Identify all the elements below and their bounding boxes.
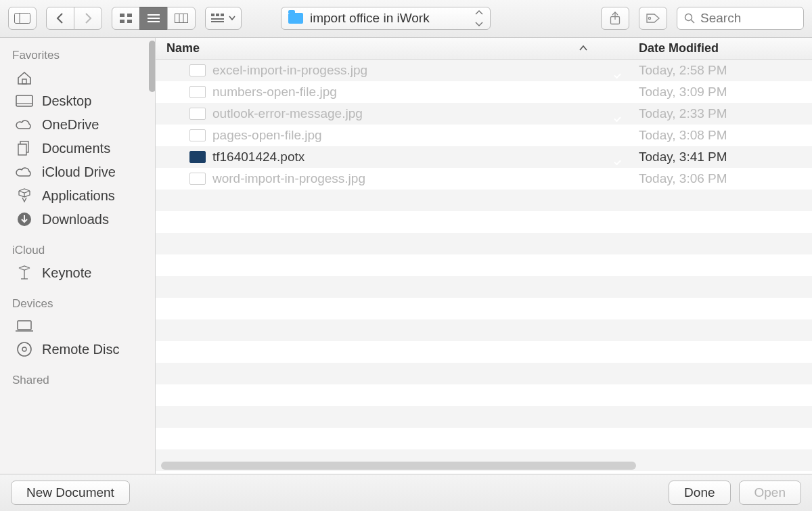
forward-button[interactable] bbox=[74, 7, 102, 30]
done-label: Done bbox=[684, 485, 715, 500]
laptop-icon bbox=[15, 319, 34, 334]
folder-path-dropdown[interactable]: import office in iWork bbox=[281, 7, 491, 30]
sidebar-item-home[interactable] bbox=[0, 66, 155, 89]
horizontal-scrollbar[interactable] bbox=[161, 462, 636, 470]
sidebar-item-label: Remote Disc bbox=[42, 342, 119, 357]
file-row[interactable]: excel-import-in-progess.jpg Today, 2:58 … bbox=[156, 60, 812, 81]
file-row[interactable]: tf16401424.potx Today, 3:41 PM bbox=[156, 146, 812, 168]
view-list-button[interactable] bbox=[139, 7, 168, 30]
svg-rect-14 bbox=[221, 14, 224, 16]
potx-file-icon bbox=[189, 151, 206, 163]
file-name: outlook-error-message.jpg bbox=[212, 106, 363, 121]
column-header-name-label: Name bbox=[166, 41, 200, 55]
sidebar-toggle-button[interactable] bbox=[8, 7, 37, 30]
svg-point-33 bbox=[22, 347, 26, 351]
sidebar-item-label: iCloud Drive bbox=[42, 164, 116, 180]
file-row[interactable]: pages-open-file.jpg Today, 3:08 PM bbox=[156, 125, 812, 146]
sidebar-item-this-mac[interactable] bbox=[0, 315, 155, 338]
view-icons-button[interactable] bbox=[112, 7, 140, 30]
svg-rect-26 bbox=[18, 144, 26, 155]
folder-icon bbox=[288, 13, 303, 24]
sidebar-item-remote-disc[interactable]: Remote Disc bbox=[0, 338, 155, 361]
empty-row bbox=[156, 254, 812, 276]
sidebar-item-desktop[interactable]: Desktop bbox=[0, 89, 155, 113]
disc-icon bbox=[15, 342, 34, 357]
file-name: word-import-in-progess.jpg bbox=[212, 171, 365, 186]
column-header-date[interactable]: Date Modified bbox=[629, 41, 812, 55]
svg-rect-13 bbox=[216, 14, 219, 16]
columns-icon bbox=[175, 14, 188, 23]
done-button[interactable]: Done bbox=[669, 481, 730, 505]
file-browser: Name Date Modified excel-import-in-proge… bbox=[156, 38, 812, 474]
file-rows: excel-import-in-progess.jpg Today, 2:58 … bbox=[156, 60, 812, 474]
file-row[interactable]: outlook-error-message.jpg Today, 2:33 PM bbox=[156, 103, 812, 125]
svg-point-32 bbox=[18, 342, 31, 356]
file-date: Today, 3:41 PM bbox=[639, 150, 727, 164]
cloud-icon bbox=[15, 117, 34, 132]
file-row[interactable]: numbers-open-file.jpg Today, 3:09 PM bbox=[156, 81, 812, 103]
file-name: pages-open-file.jpg bbox=[212, 128, 322, 143]
group-dropdown-button[interactable] bbox=[205, 7, 242, 30]
sidebar-item-icloud-drive[interactable]: iCloud Drive bbox=[0, 160, 155, 184]
share-button[interactable] bbox=[601, 7, 629, 30]
sidebar-item-downloads[interactable]: Downloads bbox=[0, 208, 155, 231]
open-button[interactable]: Open bbox=[739, 481, 801, 505]
sidebar-item-label: Applications bbox=[42, 188, 115, 204]
search-field[interactable] bbox=[677, 7, 804, 30]
file-date: Today, 2:58 PM bbox=[639, 63, 727, 77]
sidebar-item-applications[interactable]: Applications bbox=[0, 184, 155, 208]
view-columns-button[interactable] bbox=[167, 7, 196, 30]
sidebar-heading-favorites: Favorites bbox=[0, 46, 155, 66]
empty-row bbox=[156, 319, 812, 341]
tags-button[interactable] bbox=[639, 7, 667, 30]
chevron-left-icon bbox=[56, 13, 64, 24]
nav-segment bbox=[46, 7, 102, 30]
svg-rect-4 bbox=[120, 20, 125, 23]
empty-row bbox=[156, 341, 812, 363]
sidebar-item-label: Downloads bbox=[42, 212, 109, 227]
file-row[interactable]: word-import-in-progess.jpg Today, 3:06 P… bbox=[156, 168, 812, 190]
file-date: Today, 3:06 PM bbox=[639, 171, 727, 185]
svg-rect-12 bbox=[211, 14, 215, 16]
sidebar-item-onedrive[interactable]: OneDrive bbox=[0, 113, 155, 137]
column-header-date-label: Date Modified bbox=[639, 41, 719, 55]
empty-row bbox=[156, 384, 812, 406]
jpg-file-icon bbox=[189, 64, 206, 76]
svg-point-20 bbox=[685, 14, 692, 21]
sidebar-item-documents[interactable]: Documents bbox=[0, 137, 155, 160]
empty-row bbox=[156, 471, 812, 474]
empty-row bbox=[156, 233, 812, 254]
back-button[interactable] bbox=[46, 7, 74, 30]
file-name: excel-import-in-progess.jpg bbox=[212, 63, 367, 78]
group-segment bbox=[205, 7, 242, 30]
jpg-file-icon bbox=[189, 108, 206, 120]
jpg-file-icon bbox=[189, 86, 206, 98]
cloud-icon bbox=[15, 164, 34, 179]
search-input[interactable] bbox=[700, 11, 796, 26]
file-date: Today, 3:09 PM bbox=[639, 85, 727, 99]
file-name: tf16401424.potx bbox=[212, 150, 304, 164]
sidebar-heading-shared: Shared bbox=[0, 371, 155, 391]
tag-icon bbox=[646, 13, 660, 24]
grid-icon bbox=[120, 14, 132, 23]
sort-ascending-icon bbox=[579, 45, 587, 51]
column-header-name[interactable]: Name bbox=[156, 41, 595, 55]
sidebar-toggle-icon bbox=[14, 13, 30, 24]
search-icon bbox=[684, 13, 695, 24]
sidebar-heading-devices: Devices bbox=[0, 294, 155, 315]
svg-rect-5 bbox=[127, 20, 132, 23]
empty-row bbox=[156, 363, 812, 384]
new-document-button[interactable]: New Document bbox=[11, 481, 130, 505]
svg-rect-30 bbox=[18, 321, 31, 330]
file-name: numbers-open-file.jpg bbox=[212, 85, 337, 99]
empty-row bbox=[156, 211, 812, 233]
sidebar-item-keynote[interactable]: Keynote bbox=[0, 261, 155, 285]
share-icon bbox=[609, 12, 621, 25]
sidebar-scrollbar[interactable] bbox=[149, 41, 156, 92]
empty-row bbox=[156, 276, 812, 298]
list-icon bbox=[148, 14, 160, 23]
file-date: Today, 3:08 PM bbox=[639, 128, 727, 142]
sidebar: Favorites Desktop OneDrive Documents bbox=[0, 38, 156, 474]
dialog-footer: New Document Done Open bbox=[0, 474, 812, 511]
file-date: Today, 2:33 PM bbox=[639, 106, 727, 120]
